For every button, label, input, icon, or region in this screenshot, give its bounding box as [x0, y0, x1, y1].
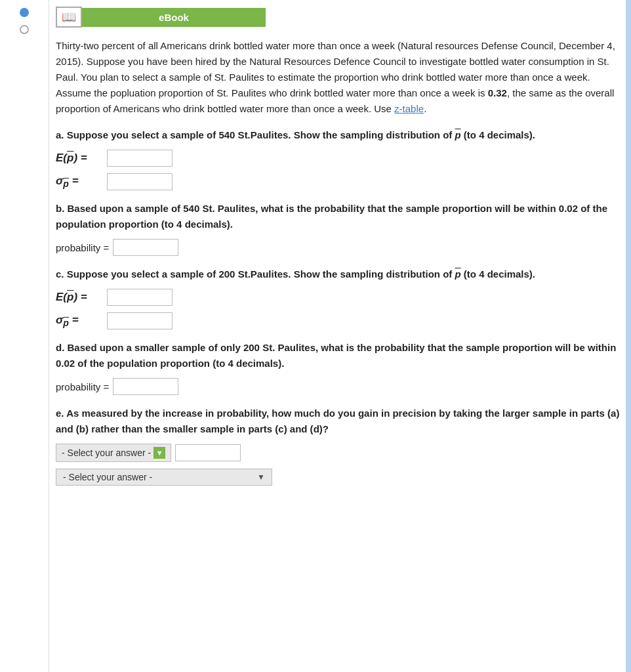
part-d-label: d. Based upon a smaller sample of only 2…: [56, 340, 621, 371]
sigma-formula-label-a: σp =: [56, 175, 102, 189]
part-c-label: c. Suppose you select a sample of 200 St…: [56, 266, 621, 282]
sidebar-dot-inactive[interactable]: [20, 25, 29, 34]
part-e-text: As measured by the increase in probabili…: [56, 408, 619, 434]
sigma-row-c: σp =: [56, 312, 621, 329]
part-b-text: Based upon a sample of 540 St. Paulites,…: [56, 203, 607, 230]
ebook-label[interactable]: eBook: [82, 8, 266, 27]
select-answer-label-2: - Select your answer -: [63, 472, 152, 482]
book-icon-box: 📖: [56, 7, 82, 28]
select-answer-btn-1[interactable]: - Select your answer - ▼: [56, 444, 171, 462]
prob-row-d: probability =: [56, 378, 621, 395]
ep-row-c: E(p) =: [56, 289, 621, 306]
ep-formula-label-c: E(p) =: [56, 291, 102, 304]
part-d-letter: d.: [56, 342, 64, 353]
select-arrow-icon-1: ▼: [153, 447, 165, 459]
prob-row-b: probability =: [56, 239, 621, 256]
question-intro: Thirty-two percent of all Americans drin…: [56, 38, 621, 117]
part-a-text: Suppose you select a sample of 540 St.Pa…: [64, 129, 536, 140]
ep-formula-label-a: E(p) =: [56, 152, 102, 165]
part-a-letter: a.: [56, 129, 64, 140]
part-e-label: e. As measured by the increase in probab…: [56, 406, 621, 437]
select-answer-label-1: - Select your answer -: [62, 448, 151, 458]
part-a-label: a. Suppose you select a sample of 540 St…: [56, 127, 621, 143]
select-answer-row-1: - Select your answer - ▼: [56, 444, 621, 462]
book-icon: 📖: [62, 10, 76, 24]
left-sidebar: [0, 0, 49, 672]
main-content: 📖 eBook Thirty-two percent of all Americ…: [49, 0, 631, 672]
prob-label-b: probability =: [56, 242, 109, 253]
part-e-letter: e.: [56, 408, 64, 419]
part-c-text: Suppose you select a sample of 200 St.Pa…: [67, 268, 535, 280]
sidebar-dot-active[interactable]: [20, 8, 29, 17]
part-b-label: b. Based upon a sample of 540 St. Paulit…: [56, 201, 621, 232]
sigma-input-c[interactable]: [107, 312, 173, 329]
select-answer-input-1[interactable]: [175, 444, 241, 461]
sigma-input-a[interactable]: [107, 173, 173, 190]
sigma-row-a: σp =: [56, 173, 621, 190]
proportion-value: 0.32: [488, 87, 507, 98]
scrollbar[interactable]: [626, 0, 631, 672]
ep-input-a[interactable]: [107, 150, 173, 167]
ebook-header: 📖 eBook: [56, 7, 621, 28]
select-answer-row-2[interactable]: - Select your answer - ▼: [56, 469, 272, 486]
part-c-letter: c.: [56, 268, 64, 280]
z-table-link[interactable]: z-table: [394, 103, 424, 114]
sigma-formula-label-c: σp =: [56, 314, 102, 328]
prob-input-b[interactable]: [113, 239, 178, 256]
ep-row-a: E(p) =: [56, 150, 621, 167]
ep-input-c[interactable]: [107, 289, 173, 306]
prob-label-d: probability =: [56, 381, 109, 392]
part-b-letter: b.: [56, 203, 64, 214]
select-arrow-icon-2: ▼: [257, 472, 265, 482]
part-d-text: Based upon a smaller sample of only 200 …: [56, 342, 616, 369]
intro-text-end: .: [424, 103, 426, 114]
prob-input-d[interactable]: [113, 378, 178, 395]
